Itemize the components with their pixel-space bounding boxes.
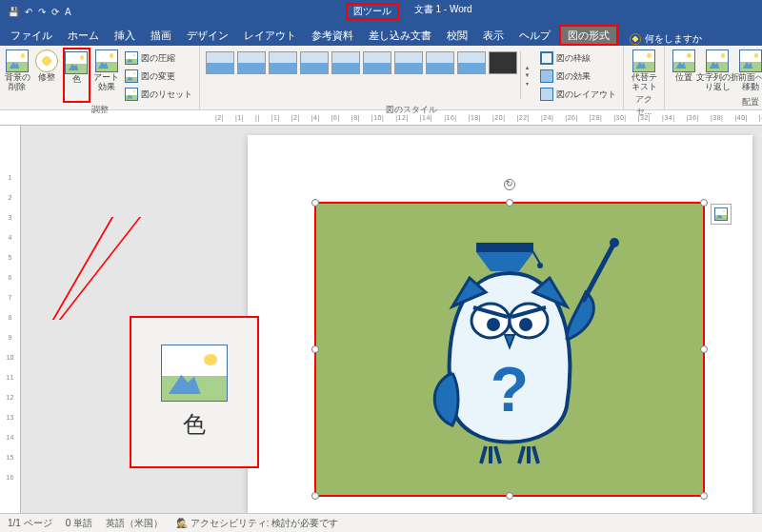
tab-insert[interactable]: 挿入 <box>108 26 142 46</box>
resize-handle[interactable] <box>700 345 708 353</box>
group-adjust: 背景の 削除 修整 色 アート効果 図の圧縮 図の変更 図のリセット 調整 <box>0 46 200 109</box>
group-accessibility: 代替テ キスト アクセ... <box>624 46 665 109</box>
resize-handle[interactable] <box>700 492 708 500</box>
effects-icon <box>540 69 553 83</box>
picture-layout-button[interactable]: 図のレイアウト <box>537 86 619 103</box>
artistic-effects-button[interactable]: アート効果 <box>92 48 120 103</box>
gallery-expand-button[interactable]: ▲▼▾ <box>520 51 533 99</box>
page-count[interactable]: 1/1 ページ <box>8 517 52 530</box>
tab-home[interactable]: ホーム <box>61 26 106 46</box>
svg-point-6 <box>487 318 500 331</box>
color-button-callout: 色 <box>130 316 259 468</box>
group-accessibility-label: アクセ... <box>628 92 660 119</box>
tell-me-label: 何をしますか <box>645 32 702 46</box>
title-bar: 💾 ↶ ↷ ⟳ A 図ツール 文書 1 - Word <box>0 0 762 23</box>
style-thumb[interactable] <box>300 51 329 74</box>
position-icon <box>672 49 695 72</box>
svg-marker-1 <box>476 252 533 271</box>
tab-review[interactable]: 校閲 <box>440 26 474 46</box>
tab-mailings[interactable]: 差し込み文書 <box>362 26 438 46</box>
change-picture-button[interactable]: 図の変更 <box>122 68 195 85</box>
resize-handle[interactable] <box>311 199 319 207</box>
layout-options-button[interactable] <box>711 204 732 225</box>
reset-picture-button[interactable]: 図のリセット <box>122 86 195 103</box>
tab-help[interactable]: ヘルプ <box>512 26 557 46</box>
tab-design[interactable]: デザイン <box>180 26 235 46</box>
color-icon-large <box>161 345 228 402</box>
alt-text-button[interactable]: 代替テ キスト <box>628 48 660 92</box>
quick-access-toolbar: 💾 ↶ ↷ ⟳ A <box>0 7 79 17</box>
change-icon <box>125 69 138 83</box>
resize-handle[interactable] <box>506 492 513 500</box>
picture-style-gallery[interactable]: ▲▼▾ <box>204 48 535 103</box>
svg-text:?: ? <box>491 354 529 424</box>
alt-text-icon <box>632 49 655 72</box>
style-thumb[interactable] <box>269 51 297 74</box>
redo-icon[interactable]: ↷ <box>38 7 46 17</box>
compress-icon <box>125 51 138 65</box>
ribbon: 背景の 削除 修整 色 アート効果 図の圧縮 図の変更 図のリセット 調整 <box>0 46 762 110</box>
color-icon <box>65 51 88 74</box>
lightbulb-icon <box>630 33 641 45</box>
style-thumb[interactable] <box>363 51 391 74</box>
callout-label: 色 <box>183 409 206 440</box>
word-count[interactable]: 0 単語 <box>66 517 92 530</box>
tab-draw[interactable]: 描画 <box>144 26 178 46</box>
vertical-ruler[interactable]: 12345678910111213141516 <box>0 126 21 516</box>
tab-file[interactable]: ファイル <box>4 26 59 46</box>
style-thumb[interactable] <box>237 51 266 74</box>
svg-point-3 <box>537 263 543 268</box>
tell-me-search[interactable]: 何をしますか <box>630 32 702 46</box>
tab-layout[interactable]: レイアウト <box>237 26 303 46</box>
language-indicator[interactable]: 英語（米国） <box>106 517 163 530</box>
picture-effects-button[interactable]: 図の効果 <box>537 68 619 85</box>
resize-handle[interactable] <box>311 345 319 353</box>
undo-icon[interactable]: ↶ <box>25 7 32 17</box>
style-thumb[interactable] <box>394 51 423 74</box>
pic-layout-icon <box>540 88 553 101</box>
picture-border-button[interactable]: 図の枠線 <box>537 49 619 67</box>
group-styles-label: 図のスタイル <box>204 103 619 117</box>
font-size-icon[interactable]: A <box>65 7 71 17</box>
tab-view[interactable]: 表示 <box>476 26 511 46</box>
resize-handle[interactable] <box>506 199 513 207</box>
style-thumb[interactable] <box>206 51 234 74</box>
layout-options-icon <box>714 207 728 221</box>
svg-rect-0 <box>476 243 533 252</box>
status-bar: 1/1 ページ 0 単語 英語（米国） 挿入モード 🕵 アクセシビリティ: 検討… <box>0 513 762 532</box>
tab-picture-format[interactable]: 図の形式 <box>559 25 618 46</box>
style-thumb[interactable] <box>489 51 517 74</box>
svg-point-10 <box>610 238 619 247</box>
wrap-text-button[interactable]: 文字列の折 り返し <box>701 48 733 95</box>
artistic-icon <box>95 49 118 72</box>
bring-forward-button[interactable]: 前面へ 移動 <box>735 48 762 95</box>
svg-line-9 <box>584 243 614 300</box>
refresh-icon[interactable]: ⟳ <box>51 7 59 17</box>
selected-picture[interactable]: ? <box>314 202 705 497</box>
style-thumb[interactable] <box>457 51 486 74</box>
border-icon <box>540 51 553 65</box>
corrections-icon <box>35 49 58 72</box>
reset-icon <box>125 88 138 101</box>
remove-background-button[interactable]: 背景の 削除 <box>4 48 31 103</box>
wrap-icon <box>706 49 729 72</box>
corrections-button[interactable]: 修整 <box>33 48 61 103</box>
rotate-handle[interactable] <box>504 179 515 190</box>
svg-point-7 <box>519 318 532 331</box>
accessibility-status[interactable]: 🕵 アクセシビリティ: 検討が必要です <box>176 517 338 530</box>
group-arrange: 位置 文字列の折 り返し 前面へ 移動 背面へ 移動 オブジ 選択 配置 <box>665 46 762 109</box>
position-button[interactable]: 位置 <box>669 48 699 95</box>
document-workspace: 12345678910111213141516 <box>0 126 762 516</box>
compress-pictures-button[interactable]: 図の圧縮 <box>122 49 195 67</box>
group-adjust-label: 調整 <box>4 103 195 117</box>
save-icon[interactable]: 💾 <box>8 7 19 17</box>
tab-references[interactable]: 参考資料 <box>305 26 360 46</box>
color-button[interactable]: 色 <box>63 48 90 103</box>
resize-handle[interactable] <box>700 199 708 207</box>
group-arrange-label: 配置 <box>669 95 762 109</box>
document-page[interactable]: ? <box>248 135 752 532</box>
style-thumb[interactable] <box>426 51 454 74</box>
style-thumb[interactable] <box>331 51 360 74</box>
forward-icon <box>739 49 762 72</box>
resize-handle[interactable] <box>311 492 319 500</box>
